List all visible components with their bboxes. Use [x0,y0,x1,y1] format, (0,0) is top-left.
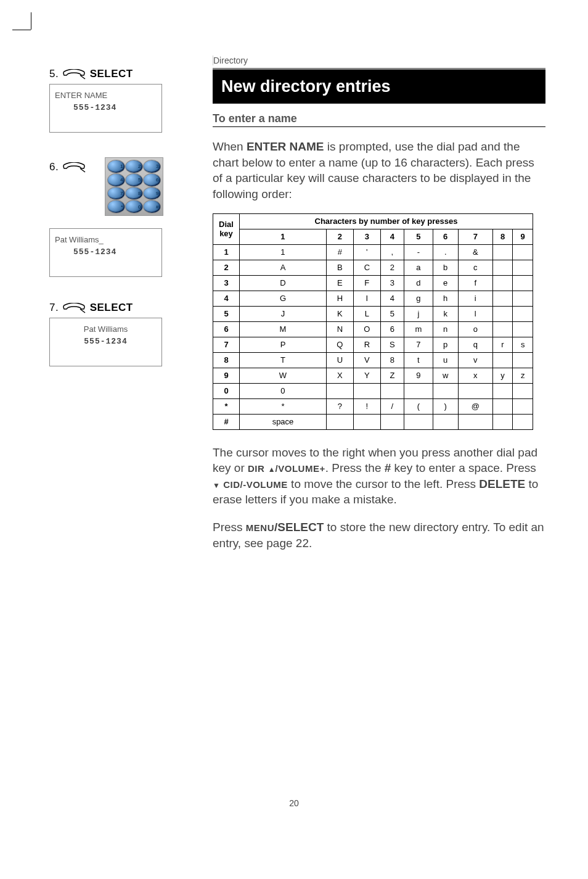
cell: W [240,368,327,383]
steps-column: 5. SELECT ENTER NAME 555-1234 6. 1 2 [49,68,173,391]
cell: C [353,260,380,275]
cell [492,383,513,398]
sub-heading: To enter a name [213,112,545,127]
cell: B [326,260,353,275]
table-row: 4GHI4ghi [213,291,533,306]
table-row: 7PQRS7pqrs [213,337,533,352]
cell [513,260,533,275]
col-header: 3 [353,229,380,244]
store-paragraph: Press MENU/SELECT to store the new direc… [213,519,545,551]
cell [492,321,513,337]
col-header: 8 [492,229,513,244]
row-header: Dial key [213,213,240,244]
row-key: 1 [213,244,240,260]
key-press-chart: Dial key Characters by number of key pre… [213,213,533,430]
cell: H [326,291,353,306]
cell: r [492,337,513,352]
cell [513,383,533,398]
col-header: 5 [404,229,433,244]
cell: n [433,321,458,337]
page-title: New directory entries [213,68,545,104]
handset-icon [62,69,86,80]
lcd-line-2: 555-1234 [55,102,157,114]
cell: - [404,244,433,260]
col-header: 7 [458,229,492,244]
key: 2 [126,160,142,173]
cell: ? [326,398,353,414]
key: * [108,200,125,213]
cell: 9 [404,368,433,383]
cell: & [458,244,492,260]
row-key: 4 [213,291,240,306]
cell: 5 [380,306,404,321]
col-header: 4 [380,229,404,244]
cell [492,306,513,321]
cell: N [326,321,353,337]
cell: F [353,275,380,291]
cell [404,414,433,429]
table-row: 00 [213,383,533,398]
key: 7 [108,188,125,200]
col-header: 1 [240,229,327,244]
lcd-line-2: 555-1234 [55,336,157,348]
row-key: 8 [213,352,240,368]
cell: ' [353,244,380,260]
cell: J [240,306,327,321]
cell: Y [353,368,380,383]
table-row: 8TUV8tuv [213,352,533,368]
cell: D [240,275,327,291]
cell: K [326,306,353,321]
key: 9 [144,188,160,200]
col-header: 2 [326,229,353,244]
cell [492,398,513,414]
key: 3 [144,160,160,173]
key: 1 [108,160,125,173]
cell [513,244,533,260]
cell: p [433,337,458,352]
cell: I [353,291,380,306]
cell: 3 [380,275,404,291]
cell [433,414,458,429]
cell: Q [326,337,353,352]
cell: R [353,337,380,352]
lcd-line-1: Pat Williams [55,323,157,336]
cell: X [326,368,353,383]
cell: i [458,291,492,306]
key: 8 [126,188,142,200]
up-icon [268,461,276,474]
cell [513,275,533,291]
row-key: 2 [213,260,240,275]
cell: P [240,337,327,352]
cell: y [492,368,513,383]
handset-icon [62,162,86,173]
cell: m [404,321,433,337]
cell: , [380,244,404,260]
cell [492,352,513,368]
cell: G [240,291,327,306]
cell: O [353,321,380,337]
cell: 4 [380,291,404,306]
cursor-paragraph: The cursor moves to the right when you p… [213,445,545,508]
intro-paragraph: When ENTER NAME is prompted, use the dia… [213,139,545,202]
cell: h [433,291,458,306]
crop-mark [12,30,31,30]
cell [492,275,513,291]
row-key: 0 [213,383,240,398]
row-key: 5 [213,306,240,321]
table-row: 9WXYZ9wxyz [213,368,533,383]
cell: d [404,275,433,291]
cell: a [404,260,433,275]
cell: ! [353,398,380,414]
cell: # [326,244,353,260]
page-number: 20 [0,798,588,808]
cell [433,383,458,398]
cell: 8 [380,352,404,368]
cell: * [240,398,327,414]
table-row: 2ABC2abc [213,260,533,275]
cell: k [433,306,458,321]
cell: E [326,275,353,291]
cell [492,414,513,429]
cell: A [240,260,327,275]
col-header: 6 [433,229,458,244]
cell: b [433,260,458,275]
